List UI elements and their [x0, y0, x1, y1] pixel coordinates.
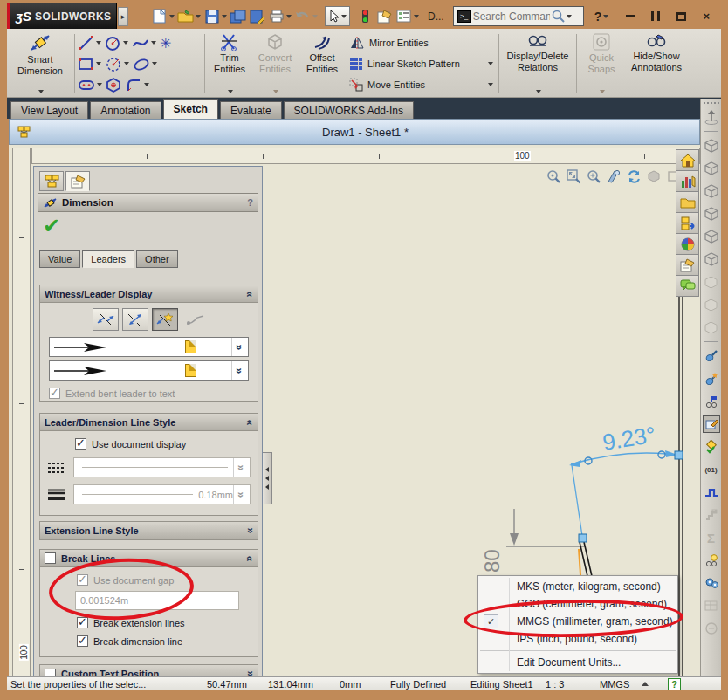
- save-all-button[interactable]: [230, 8, 246, 24]
- line-tool-button[interactable]: [78, 35, 101, 51]
- smart-annotation-icon[interactable]: [703, 552, 720, 569]
- linear-pattern-dropdown-icon[interactable]: [488, 62, 493, 65]
- tab-view-layout[interactable]: View Layout: [10, 101, 88, 119]
- dimension-handle[interactable]: [675, 451, 683, 459]
- minimize-button[interactable]: [621, 9, 640, 24]
- view-cube-disabled-icon[interactable]: [703, 296, 720, 313]
- convert-dropdown-icon[interactable]: [273, 90, 278, 93]
- magnifier-icon[interactable]: [552, 10, 565, 23]
- use-document-gap-checkbox[interactable]: Use document gap: [77, 574, 258, 586]
- use-document-display-checkbox[interactable]: Use document display: [75, 438, 258, 450]
- display-delete-relations-button[interactable]: Display/Delete Relations: [502, 31, 573, 97]
- polygon-tool-button[interactable]: [106, 77, 122, 93]
- zoom-in-out-icon[interactable]: [587, 169, 601, 184]
- fillet-tool-button[interactable]: [126, 77, 149, 93]
- smart-arrows-button[interactable]: [152, 308, 178, 331]
- save-button[interactable]: [203, 8, 220, 24]
- undo-button[interactable]: [294, 8, 311, 24]
- sigma-disabled-icon[interactable]: Σ: [703, 529, 720, 546]
- 3d-drawing-view-icon[interactable]: [647, 169, 662, 184]
- solidworks-search-tab[interactable]: [676, 233, 699, 255]
- resources-tab[interactable]: [676, 170, 699, 192]
- rectangle-tool-button[interactable]: [78, 56, 101, 72]
- tab-value[interactable]: Value: [39, 250, 80, 268]
- view-cube-icon[interactable]: [703, 137, 720, 154]
- view-settings-icon[interactable]: [607, 169, 622, 184]
- custom-properties-tab[interactable]: [676, 254, 699, 276]
- move-entities-button[interactable]: Move Entities: [346, 75, 496, 94]
- tab-other[interactable]: Other: [136, 250, 178, 268]
- maximize-button[interactable]: [671, 9, 690, 24]
- line-dropdown-icon[interactable]: [96, 41, 101, 45]
- spline-tool-button[interactable]: [132, 35, 156, 51]
- display-relations-dropdown-icon[interactable]: [536, 90, 541, 93]
- angular-dimension-923[interactable]: 9.23°: [569, 422, 683, 542]
- options-button[interactable]: [395, 8, 412, 24]
- point-tool-button[interactable]: ✳: [160, 35, 171, 51]
- sketch-line-orange[interactable]: [579, 549, 580, 575]
- view-cube-disabled-icon[interactable]: [703, 319, 720, 336]
- new-dropdown-icon[interactable]: [169, 15, 175, 18]
- view-cube-icon[interactable]: [703, 228, 720, 245]
- arc-dropdown-icon[interactable]: [124, 62, 129, 65]
- trim-entities-button[interactable]: Trim Entities: [208, 31, 251, 97]
- view-cube-icon[interactable]: [703, 205, 720, 223]
- view-cube-icon[interactable]: [703, 182, 720, 200]
- arc-tool-button[interactable]: [105, 56, 129, 72]
- mirror-entities-button[interactable]: Mirror Entities: [346, 33, 496, 52]
- datum-icon[interactable]: [703, 393, 720, 410]
- pattern-disabled-icon[interactable]: [703, 506, 720, 524]
- circle-tool-button[interactable]: [105, 35, 128, 51]
- menu-item-edit-document-units[interactable]: Edit Document Units...: [478, 654, 677, 671]
- ellipse-tool-button[interactable]: [133, 56, 157, 72]
- break-lines-checkbox[interactable]: [45, 552, 56, 564]
- print-dropdown-icon[interactable]: [286, 15, 292, 18]
- line-thickness-combo[interactable]: 0.18mm «: [73, 484, 251, 504]
- offset-entities-button[interactable]: Offset Entities: [299, 31, 346, 97]
- move-view-icon[interactable]: [703, 108, 720, 126]
- group-header[interactable]: Break Lines «: [40, 550, 258, 567]
- home-tab[interactable]: [676, 149, 699, 171]
- menu-item-cgs[interactable]: CGS (centimeter, gram, second): [478, 595, 677, 613]
- trim-dropdown-icon[interactable]: [228, 90, 233, 93]
- menu-item-ips[interactable]: IPS (inch, pound, second): [478, 630, 677, 648]
- rectangle-dropdown-icon[interactable]: [96, 62, 101, 65]
- refresh-view-icon[interactable]: [627, 169, 642, 184]
- open-dropdown-icon[interactable]: [196, 15, 201, 18]
- extend-bent-leader-checkbox[interactable]: Extend bent leader to text: [49, 388, 258, 399]
- slot-dropdown-icon[interactable]: [97, 83, 102, 86]
- spellcheck-icon[interactable]: [703, 347, 720, 365]
- comments-tab[interactable]: [676, 275, 699, 297]
- move-entities-dropdown-icon[interactable]: [488, 83, 493, 86]
- expand-icon[interactable]: «: [245, 528, 256, 534]
- arrows-inside-button[interactable]: [122, 308, 148, 331]
- combo-dropdown-icon[interactable]: «: [231, 361, 245, 380]
- new-document-button[interactable]: [151, 8, 168, 24]
- spline-dropdown-icon[interactable]: [151, 41, 156, 45]
- line-style-combo[interactable]: «: [73, 457, 251, 477]
- menu-item-mks[interactable]: MKS (meter, kilogram, second): [478, 578, 677, 595]
- quick-tips-icon[interactable]: ?: [668, 678, 681, 690]
- tolerance-icon[interactable]: (01): [703, 461, 720, 478]
- collapse-icon[interactable]: «: [245, 419, 256, 425]
- tab-solidworks-addins[interactable]: SOLIDWORKS Add-Ins: [284, 101, 414, 119]
- design-library-tab[interactable]: [676, 191, 699, 213]
- cascade-button[interactable]: [646, 9, 665, 24]
- linear-dimension-80[interactable]: 80: [480, 509, 585, 573]
- feature-manager-tab[interactable]: [39, 171, 64, 191]
- group-header[interactable]: Extension Line Style «: [40, 522, 258, 539]
- panel-help-button[interactable]: ?: [247, 197, 253, 208]
- zoom-fit-icon[interactable]: [546, 169, 561, 184]
- balloon-icon[interactable]: [703, 438, 720, 456]
- tab-sketch[interactable]: Sketch: [163, 99, 218, 119]
- note-icon[interactable]: [703, 415, 720, 433]
- arrow-style-combo-1[interactable]: «: [49, 337, 249, 357]
- collapse-icon[interactable]: «: [245, 291, 256, 297]
- format-painter-icon[interactable]: [703, 370, 720, 388]
- help-dropdown-icon[interactable]: [603, 15, 608, 18]
- docs-menu-label[interactable]: D...: [428, 10, 444, 23]
- quick-snaps-button[interactable]: Quick Snaps: [580, 31, 623, 97]
- smart-dimension-dropdown-icon[interactable]: [38, 90, 44, 93]
- units-dropdown-up-icon[interactable]: [642, 682, 649, 686]
- group-header[interactable]: Witness/Leader Display «: [40, 285, 258, 303]
